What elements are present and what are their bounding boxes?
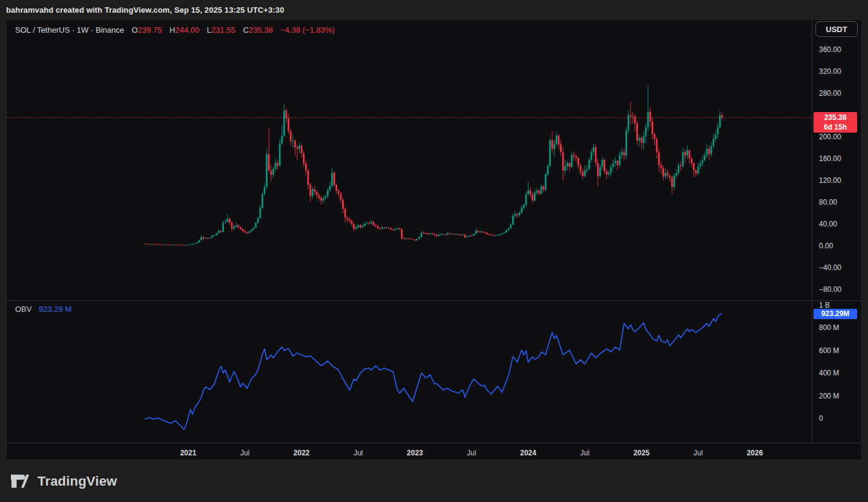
candle-body <box>584 170 586 176</box>
candle-body <box>482 231 484 232</box>
candle-body <box>194 243 196 244</box>
candle-body <box>279 144 281 166</box>
candle-body <box>166 245 168 245</box>
candle-body <box>146 244 148 245</box>
candle-body <box>392 230 394 230</box>
axis-tick-label: 160.00 <box>819 154 841 163</box>
candle-body <box>669 176 671 177</box>
axis-tick-label: 0 <box>819 414 823 423</box>
candle-body <box>673 176 675 187</box>
axis-tick-label: 0.00 <box>819 241 833 251</box>
time-tick-label: 2026 <box>741 448 768 458</box>
candle-body <box>536 191 538 193</box>
candle-body <box>427 233 429 234</box>
candle-body <box>200 237 202 240</box>
candle-body <box>490 234 492 235</box>
time-tick-label: 2024 <box>515 448 542 458</box>
chart-panel: SOL / TetherUS · 1W · Binance O239.75 H2… <box>6 19 862 460</box>
candle-body <box>377 226 379 229</box>
candle-body <box>242 229 244 231</box>
candle-body <box>425 233 427 234</box>
candle-body <box>418 237 420 239</box>
candle-body <box>486 233 488 234</box>
candle-body <box>625 130 627 155</box>
candle-body <box>401 230 403 239</box>
candle-body <box>614 161 616 163</box>
candle-body <box>205 238 206 239</box>
axis-tick-label: 120.00 <box>819 176 841 185</box>
axis-tick-label: 360.00 <box>819 45 841 54</box>
candle-body <box>645 127 647 136</box>
axis-tick-label: −40.00 <box>819 263 841 272</box>
candle-body <box>493 235 495 236</box>
candle-body <box>702 160 703 163</box>
axis-tick-label: 320.00 <box>819 67 841 76</box>
candle-body <box>412 239 413 239</box>
obv-legend[interactable]: OBV 923.29 M <box>15 305 71 314</box>
candle-body <box>479 231 481 232</box>
candle-body <box>505 230 507 233</box>
candle-body <box>542 186 544 190</box>
candle-body <box>155 244 157 245</box>
candle-body <box>344 209 346 217</box>
candle-body <box>188 245 189 245</box>
symbol-title: SOL / TetherUS · 1W · Binance <box>15 25 124 35</box>
axis-tick-label: 400 M <box>819 368 839 378</box>
candle-body <box>438 234 440 236</box>
symbol-header[interactable]: SOL / TetherUS · 1W · Binance O239.75 H2… <box>15 25 335 35</box>
candle-body <box>272 169 274 175</box>
candle-body <box>303 153 304 163</box>
candle-body <box>266 154 268 187</box>
axis-tick-label: 800 M <box>819 323 839 332</box>
candle-body <box>340 194 342 200</box>
candle-body <box>580 166 582 172</box>
candle-body <box>174 245 176 245</box>
candle-body <box>172 245 174 245</box>
candle-body <box>575 156 577 158</box>
candle-body <box>691 159 692 163</box>
candle-body <box>170 245 172 245</box>
candle-body <box>288 118 289 131</box>
candle-body <box>531 194 533 200</box>
tradingview-logo-link[interactable]: TradingView <box>11 474 117 489</box>
candle-body <box>429 233 431 234</box>
candle-body <box>163 245 165 245</box>
time-tick-label: 2025 <box>628 448 655 458</box>
chart-canvas[interactable] <box>7 20 861 460</box>
candle-body <box>654 134 656 139</box>
price-axis-border <box>812 20 812 443</box>
candle-body <box>455 234 457 234</box>
candle-body <box>708 149 710 154</box>
candle-body <box>240 227 242 229</box>
candle-body <box>597 163 599 176</box>
candle-body <box>671 177 673 187</box>
candle-body <box>436 235 438 236</box>
candle-body <box>364 223 366 226</box>
candle-body <box>595 147 597 163</box>
candle-body <box>281 136 283 144</box>
candle-body <box>211 236 213 237</box>
candle-body <box>534 193 536 201</box>
candle-body <box>553 144 555 149</box>
candle-body <box>621 152 623 155</box>
candle-body <box>488 234 490 235</box>
candle-body <box>634 117 636 124</box>
candle-body <box>556 136 557 144</box>
candle-body <box>421 233 422 237</box>
candle-body <box>484 233 485 233</box>
candle-body <box>362 226 364 228</box>
candle-body <box>259 208 261 218</box>
candle-body <box>613 163 614 167</box>
currency-toggle-button[interactable]: USDT <box>815 21 858 37</box>
candle-body <box>562 152 564 171</box>
candle-body <box>396 228 398 229</box>
candle-body <box>414 240 416 240</box>
pane-separator[interactable] <box>7 300 861 301</box>
candle-body <box>148 244 150 245</box>
candle-body <box>504 233 505 233</box>
candle-body <box>603 160 605 171</box>
candle-body <box>591 152 593 160</box>
candle-body <box>469 236 470 237</box>
candle-body <box>290 131 292 141</box>
candle-body <box>619 155 620 165</box>
